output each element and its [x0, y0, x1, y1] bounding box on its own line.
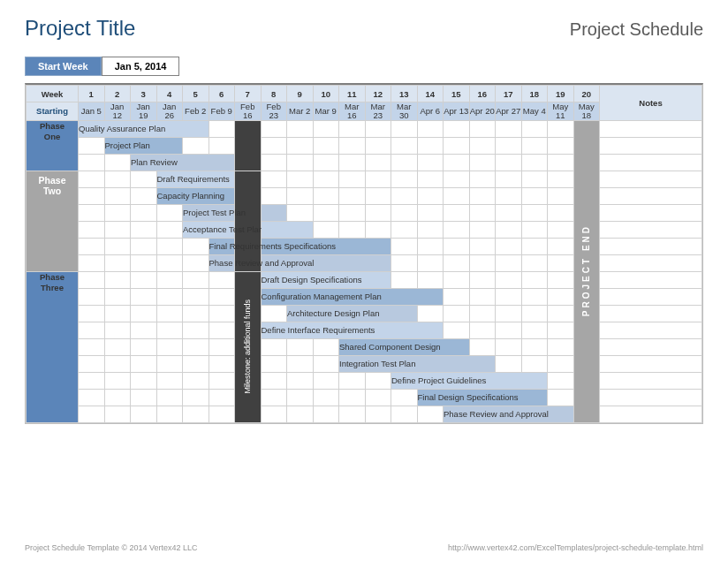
- header-notes: Notes: [600, 86, 702, 121]
- task-bar[interactable]: Capacity Planning: [156, 187, 235, 204]
- week-date: May 11: [548, 102, 574, 121]
- header-week: Week: [27, 86, 79, 102]
- task-bar[interactable]: Configuration Management Plan: [261, 288, 444, 305]
- week-date: Mar 16: [339, 102, 366, 121]
- week-num: 12: [365, 86, 391, 102]
- week-date: Jan 19: [131, 102, 157, 121]
- footer-copyright: Project Schedule Template © 2014 Vertex4…: [25, 543, 198, 552]
- task-bar[interactable]: Project Plan: [104, 137, 183, 154]
- notes-cell[interactable]: [600, 120, 702, 137]
- table-row: Plan Review: [27, 154, 702, 171]
- notes-cell[interactable]: [600, 372, 702, 389]
- table-row: Acceptance Test Plan: [27, 221, 702, 238]
- gantt-chart: Week 1 2 3 4 5 6 7 8 9 10 11 12 13 14 15…: [25, 83, 703, 424]
- notes-cell[interactable]: [600, 305, 702, 322]
- week-date: Mar 9: [313, 102, 339, 121]
- task-bar[interactable]: Quality Assurance Plan: [79, 120, 209, 137]
- notes-cell[interactable]: [600, 137, 702, 154]
- notes-cell[interactable]: [600, 204, 702, 221]
- notes-cell[interactable]: [600, 322, 702, 338]
- phase-three: Phase Three: [27, 271, 79, 422]
- table-row: Define Interface Requirements: [27, 322, 702, 338]
- task-bar[interactable]: Final Requirements Specifications: [209, 238, 235, 254]
- week-date: Jan 26: [156, 102, 183, 121]
- task-bar[interactable]: Acceptance Test Plan: [183, 221, 235, 238]
- task-bar[interactable]: Phase Review and Approval: [444, 406, 574, 422]
- table-row: Phase Two Draft Requirements: [27, 171, 702, 187]
- week-num: 14: [417, 86, 444, 102]
- start-week-label: Start Week: [25, 57, 102, 76]
- phase-label: Two: [43, 186, 61, 196]
- task-bar[interactable]: Integration Test Plan: [339, 355, 496, 372]
- task-bar[interactable]: Final Design Specifications: [417, 389, 548, 406]
- notes-cell[interactable]: [600, 221, 702, 238]
- milestone-marker: Milestone: additional funds: [243, 299, 252, 394]
- phase-one: Phase One: [27, 120, 79, 171]
- week-num: 20: [573, 86, 600, 102]
- footer-link[interactable]: http://www.vertex42.com/ExcelTemplates/p…: [448, 543, 703, 552]
- week-num: 3: [131, 86, 157, 102]
- notes-cell[interactable]: [600, 288, 702, 305]
- week-num: 1: [79, 86, 105, 102]
- task-bar[interactable]: Draft Requirements: [156, 171, 235, 187]
- week-date: Jan 12: [104, 102, 131, 121]
- week-num: 18: [521, 86, 548, 102]
- table-row: Phase Review and Approval: [27, 254, 702, 271]
- table-row: Integration Test Plan: [27, 355, 702, 372]
- notes-cell[interactable]: [600, 271, 702, 288]
- table-row: Final Requirements Specifications: [27, 238, 702, 254]
- week-date: Mar 30: [391, 102, 418, 121]
- notes-cell[interactable]: [600, 171, 702, 187]
- week-date: Apr 20: [469, 102, 496, 121]
- week-date: Mar 23: [365, 102, 391, 121]
- phase-label: Phase: [40, 121, 64, 131]
- week-date: Jan 5: [79, 102, 105, 121]
- week-num: 10: [313, 86, 339, 102]
- notes-cell[interactable]: [600, 406, 702, 422]
- week-num: 13: [391, 86, 418, 102]
- notes-cell[interactable]: [600, 154, 702, 171]
- notes-cell[interactable]: [600, 187, 702, 204]
- notes-cell[interactable]: [600, 238, 702, 254]
- table-row: Capacity Planning: [27, 187, 702, 204]
- header-starting: Starting: [27, 102, 79, 121]
- phase-label: One: [44, 132, 60, 141]
- task-bar[interactable]: Plan Review: [131, 154, 235, 171]
- week-num: 7: [235, 86, 262, 102]
- table-row: Phase One Quality Assurance Plan PROJECT…: [27, 120, 702, 137]
- week-num: 15: [444, 86, 470, 102]
- week-num: 9: [287, 86, 314, 102]
- table-row: Define Project Guidelines: [27, 372, 702, 389]
- task-bar[interactable]: Draft Design Specifications: [261, 271, 391, 288]
- table-row: Architecture Design Plan: [27, 305, 702, 322]
- task-bar[interactable]: Phase Review and Approval: [209, 254, 235, 271]
- week-num: 5: [183, 86, 209, 102]
- phase-label: Three: [41, 283, 64, 292]
- week-date: May 4: [521, 102, 548, 121]
- phase-label: Phase: [39, 175, 66, 186]
- week-date: Apr 27: [496, 102, 522, 121]
- notes-cell[interactable]: [600, 355, 702, 372]
- week-date: Feb 16: [235, 102, 262, 121]
- table-row: Project Test Plan: [27, 204, 702, 221]
- week-date: Mar 2: [287, 102, 314, 121]
- task-bar[interactable]: Architecture Design Plan: [287, 305, 418, 322]
- task-bar[interactable]: Shared Component Design: [339, 338, 470, 355]
- task-bar[interactable]: Define Project Guidelines: [391, 372, 548, 389]
- table-row: Project Plan: [27, 137, 702, 154]
- week-num: 19: [548, 86, 574, 102]
- week-date: Feb 9: [209, 102, 235, 121]
- week-num: 17: [496, 86, 522, 102]
- week-date: Apr 6: [417, 102, 444, 121]
- week-num: 11: [339, 86, 366, 102]
- start-week-value[interactable]: Jan 5, 2014: [102, 57, 180, 76]
- table-row: Configuration Management Plan: [27, 288, 702, 305]
- task-bar[interactable]: Define Interface Requirements: [261, 322, 444, 338]
- notes-cell[interactable]: [600, 338, 702, 355]
- phase-label: Phase: [40, 272, 64, 282]
- week-num: 4: [156, 86, 183, 102]
- notes-cell[interactable]: [600, 254, 702, 271]
- task-bar[interactable]: Project Test Plan: [183, 204, 235, 221]
- notes-cell[interactable]: [600, 389, 702, 406]
- week-date: May 18: [573, 102, 600, 121]
